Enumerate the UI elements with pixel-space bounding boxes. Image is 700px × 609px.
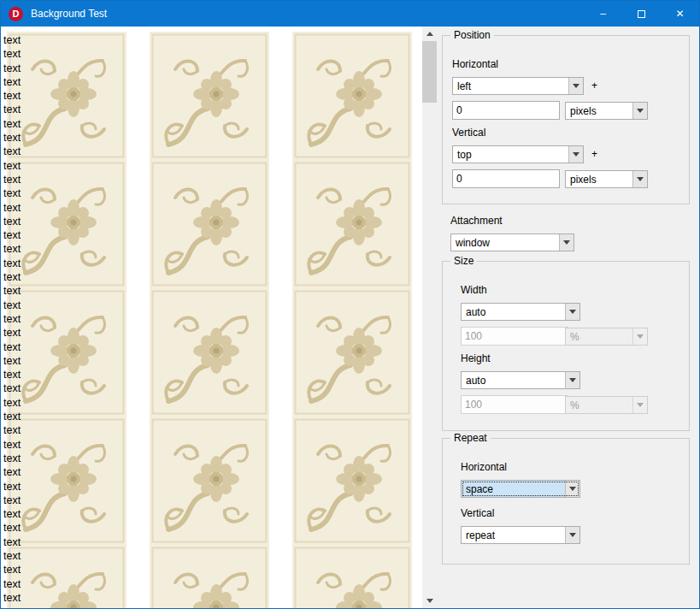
background-tile bbox=[7, 545, 126, 608]
chevron-down-icon bbox=[565, 372, 579, 388]
content-text-line: text bbox=[3, 62, 21, 75]
content-text-line: text bbox=[3, 423, 21, 437]
content-text-line: text bbox=[3, 89, 21, 103]
title-bar: D Background Test – ✕ bbox=[1, 1, 699, 27]
content-text-line: text bbox=[3, 131, 21, 145]
background-tile bbox=[150, 288, 269, 417]
content-text-line: text bbox=[3, 480, 21, 494]
chevron-down-icon bbox=[568, 78, 583, 94]
content-text-line: text bbox=[3, 381, 21, 395]
background-tile bbox=[7, 160, 126, 288]
content-text-line: text bbox=[3, 201, 21, 215]
content-text-line: text bbox=[3, 284, 21, 298]
width-label: Width bbox=[461, 284, 487, 296]
repeat-vertical-select[interactable]: repeat bbox=[461, 526, 580, 544]
background-tile bbox=[292, 32, 412, 160]
background-tile bbox=[150, 32, 269, 160]
chevron-down-icon bbox=[568, 146, 583, 163]
close-icon: ✕ bbox=[675, 8, 684, 20]
horizontal-position-label: Horizontal bbox=[452, 58, 498, 70]
vertical-offset-input[interactable] bbox=[452, 169, 560, 188]
content-text-line: text bbox=[3, 535, 21, 549]
background-tile bbox=[292, 288, 412, 417]
content-text-line: text bbox=[3, 465, 21, 479]
content-text-line: text bbox=[3, 396, 21, 410]
attachment-select[interactable]: window bbox=[450, 234, 574, 251]
attachment-label: Attachment bbox=[450, 215, 503, 227]
app-icon: D bbox=[9, 7, 23, 21]
position-group-label: Position bbox=[450, 29, 494, 41]
width-unit-select: % bbox=[565, 328, 648, 346]
content-text-line: text bbox=[3, 186, 21, 200]
content-text-line: text bbox=[3, 494, 21, 507]
scrollbar-thumb[interactable] bbox=[422, 41, 437, 103]
content-text-line: text bbox=[3, 117, 21, 131]
content-text-line: text bbox=[3, 257, 21, 270]
background-tile bbox=[150, 417, 269, 545]
vertical-scrollbar[interactable] bbox=[422, 27, 437, 608]
scroll-down-icon bbox=[426, 599, 433, 603]
content-text-line: text bbox=[3, 159, 21, 173]
content-text-line: text bbox=[3, 326, 21, 340]
content-text-line: text bbox=[3, 299, 21, 312]
chevron-down-icon bbox=[565, 527, 579, 543]
plus-label: + bbox=[591, 80, 597, 92]
content-text-line: text bbox=[3, 438, 21, 452]
content-text-line: text bbox=[3, 215, 21, 228]
scroll-up-button[interactable] bbox=[422, 27, 437, 41]
content-text-line: text bbox=[3, 410, 21, 423]
content-text-line: text bbox=[3, 577, 21, 591]
size-group-label: Size bbox=[450, 255, 477, 267]
content-text-line: text bbox=[3, 75, 21, 89]
background-tile bbox=[150, 545, 269, 608]
size-group: Size Width auto % Height auto bbox=[442, 261, 690, 431]
settings-panel: Position Horizontal left + pixels Vertic… bbox=[437, 27, 699, 608]
vertical-unit-select[interactable]: pixels bbox=[565, 170, 648, 188]
repeat-horizontal-label: Horizontal bbox=[461, 461, 507, 473]
background-tile bbox=[292, 545, 412, 608]
repeat-vertical-label: Vertical bbox=[461, 507, 494, 519]
scroll-down-button[interactable] bbox=[422, 594, 437, 608]
content-text-line: text bbox=[3, 312, 21, 326]
content-text-line: text bbox=[3, 354, 21, 368]
repeat-group-label: Repeat bbox=[450, 432, 491, 444]
horizontal-position-select[interactable]: left bbox=[452, 77, 584, 95]
background-tile bbox=[292, 160, 412, 288]
background-tile bbox=[7, 417, 126, 545]
chevron-down-icon bbox=[632, 328, 647, 345]
plus-label: + bbox=[591, 148, 597, 160]
horizontal-offset-input[interactable] bbox=[452, 101, 560, 120]
chevron-down-icon bbox=[565, 304, 579, 320]
content-text-line: text bbox=[3, 368, 21, 381]
content-text-line: text bbox=[3, 591, 21, 605]
content-text-line: text bbox=[3, 103, 21, 116]
close-button[interactable]: ✕ bbox=[661, 1, 699, 27]
content-text-line: text bbox=[3, 47, 21, 61]
maximize-icon bbox=[638, 10, 645, 18]
repeat-horizontal-select[interactable]: space bbox=[461, 480, 580, 498]
minimize-button[interactable]: – bbox=[584, 1, 622, 27]
vertical-position-select[interactable]: top bbox=[452, 145, 584, 163]
height-label: Height bbox=[461, 352, 491, 364]
content-text-line: text bbox=[3, 452, 21, 465]
content-text-line: text bbox=[3, 563, 21, 576]
background-tile bbox=[292, 417, 412, 545]
vertical-position-label: Vertical bbox=[452, 127, 485, 139]
height-mode-select[interactable]: auto bbox=[461, 371, 580, 389]
chevron-down-icon bbox=[559, 234, 574, 251]
minimize-icon: – bbox=[600, 8, 606, 20]
content-text-line: text bbox=[3, 145, 21, 158]
content-text-line: text bbox=[3, 270, 21, 284]
maximize-button[interactable] bbox=[622, 1, 661, 27]
content-text-line: text bbox=[3, 340, 21, 354]
background-tile bbox=[7, 288, 126, 417]
horizontal-unit-select[interactable]: pixels bbox=[565, 102, 648, 120]
scroll-up-icon bbox=[426, 32, 433, 36]
height-amount-input bbox=[461, 395, 568, 414]
content-text-line: text bbox=[3, 521, 21, 535]
chevron-down-icon bbox=[632, 171, 647, 187]
width-mode-select[interactable]: auto bbox=[461, 303, 580, 321]
content-text-line: text bbox=[3, 242, 21, 256]
background-tile bbox=[150, 160, 269, 288]
content-text-line: text bbox=[3, 507, 21, 521]
